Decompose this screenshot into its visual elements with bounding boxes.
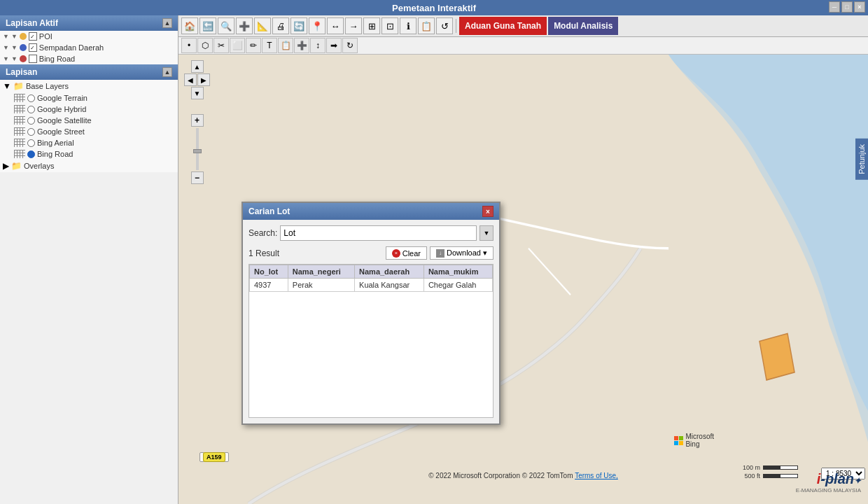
print-button[interactable]: 🖨 bbox=[272, 18, 289, 34]
add-button[interactable]: ➕ bbox=[236, 18, 253, 34]
select-button[interactable]: ⊡ bbox=[382, 18, 398, 34]
label-google-terrain: Google Terrain bbox=[37, 94, 88, 102]
tree-item-google-terrain[interactable]: Google Terrain bbox=[11, 92, 178, 104]
clear-icon: × bbox=[392, 249, 400, 258]
copy-btn[interactable]: 📋 bbox=[278, 38, 293, 53]
label-google-street: Google Street bbox=[37, 127, 85, 136]
petunjuk-tab[interactable]: Petunjuk bbox=[855, 139, 868, 180]
map-copyright: © 2022 Microsoft Corporation © 2022 TomT… bbox=[428, 472, 618, 479]
layer-label-poi: POI bbox=[39, 32, 52, 41]
checkbox-sempadan[interactable] bbox=[29, 43, 37, 52]
layer-label-sempadan: Sempadan Daerah bbox=[39, 43, 104, 52]
grid-button[interactable]: ⊞ bbox=[363, 18, 380, 34]
draw-polygon-btn[interactable]: ✂ bbox=[214, 38, 229, 53]
folder-expand-icon: ▼ bbox=[3, 81, 11, 91]
layer-item-bing[interactable]: ▼ ▼ Bing Road bbox=[0, 53, 178, 64]
radio-street[interactable] bbox=[27, 128, 35, 136]
search-label: Search: bbox=[248, 228, 277, 238]
radio-hybrid[interactable] bbox=[27, 106, 35, 113]
lapisan-header: Lapisan ▲ bbox=[0, 64, 178, 80]
minimize-button[interactable]: ─ bbox=[829, 1, 840, 13]
bing-text: MicrosoftBing bbox=[685, 433, 714, 448]
home-button[interactable]: 🏠 bbox=[181, 18, 198, 34]
grid-icon-satellite bbox=[14, 116, 25, 125]
pin-button[interactable]: 📍 bbox=[309, 18, 326, 34]
terms-link[interactable]: Terms of Use, bbox=[575, 472, 618, 479]
cell-nama-negeri: Perak bbox=[288, 279, 354, 292]
copyright-text: © 2022 Microsoft Corporation © 2022 TomT… bbox=[428, 472, 573, 479]
arrow-icon2: ▼ bbox=[11, 33, 18, 40]
dialog-close-button[interactable]: × bbox=[482, 206, 493, 217]
close-button[interactable]: × bbox=[854, 1, 865, 13]
arrow-icon4: ▼ bbox=[11, 44, 18, 51]
iplan-subtitle: E-MANAGING MALAYSIA bbox=[796, 487, 861, 493]
add-node-btn[interactable]: ➕ bbox=[294, 38, 309, 53]
tree-item-bing-aerial[interactable]: Bing Aerial bbox=[11, 137, 178, 148]
radio-satellite[interactable] bbox=[27, 117, 35, 125]
rotate-btn[interactable]: ↻ bbox=[342, 38, 358, 53]
nav-left-btn[interactable]: ◀ bbox=[184, 74, 197, 86]
table-row[interactable]: 4937 Perak Kuala Kangsar Chegar Galah bbox=[250, 279, 493, 292]
select-rect-btn[interactable]: ⬜ bbox=[230, 38, 245, 53]
arrow-icon: ▼ bbox=[3, 33, 9, 40]
layer-item-sempadan[interactable]: ▼ ▼ Sempadan Daerah bbox=[0, 42, 178, 53]
scale-bar: 100 m 500 ft bbox=[743, 464, 798, 479]
col-nama-negeri: Nama_negeri bbox=[288, 265, 354, 279]
zoom-out-btn[interactable]: − bbox=[191, 172, 204, 184]
overlays-folder[interactable]: ▶ 📁 Overlays bbox=[0, 160, 178, 172]
radio-terrain[interactable] bbox=[27, 94, 35, 102]
info-button[interactable]: ℹ bbox=[400, 18, 416, 34]
radio-road[interactable] bbox=[27, 150, 35, 158]
left-panel: Lapisan Aktif ▲ ▼ ▼ POI ▼ ▼ Sempadan Dae… bbox=[0, 15, 178, 504]
edit-btn[interactable]: ✏ bbox=[246, 38, 261, 53]
checkbox-bing[interactable] bbox=[29, 55, 37, 63]
measure-button[interactable]: 📐 bbox=[254, 18, 271, 34]
zoom-in-btn[interactable]: + bbox=[191, 114, 204, 127]
base-layers-folder[interactable]: ▼ 📁 Base Layers bbox=[0, 80, 178, 92]
draw-point-btn[interactable]: • bbox=[181, 38, 197, 53]
road-label-text-bottom: A159 bbox=[203, 452, 225, 462]
zoom-slider[interactable] bbox=[196, 128, 199, 170]
pan-button[interactable]: ↔ bbox=[327, 18, 344, 34]
scale-label-100m: 100 m bbox=[743, 464, 760, 471]
lapisan-collapse-btn[interactable]: ▲ bbox=[162, 67, 172, 77]
checkbox-poi[interactable] bbox=[29, 32, 37, 41]
radio-aerial[interactable] bbox=[27, 139, 35, 147]
text-btn[interactable]: T bbox=[262, 38, 277, 53]
nav-down-btn[interactable]: ▼ bbox=[191, 87, 204, 99]
nav-right-btn[interactable]: ▶ bbox=[197, 74, 210, 86]
maximize-button[interactable]: □ bbox=[841, 1, 853, 13]
dialog-title-text: Carian Lot bbox=[248, 206, 290, 216]
lapisan-aktif-section: Lapisan Aktif ▲ ▼ ▼ POI ▼ ▼ Sempadan Dae… bbox=[0, 15, 178, 64]
move-up-btn[interactable]: ↕ bbox=[310, 38, 326, 53]
results-table-area: No_lot Nama_negeri Nama_daerah Nama_muki… bbox=[248, 264, 493, 418]
download-button[interactable]: ↓ Download ▾ bbox=[430, 246, 493, 260]
search-button[interactable]: 🔍 bbox=[218, 18, 234, 34]
reload-button[interactable]: ↺ bbox=[436, 18, 453, 34]
nav-up-btn[interactable]: ▲ bbox=[191, 60, 204, 73]
search-dropdown-btn[interactable]: ▼ bbox=[479, 225, 493, 241]
back-button[interactable]: 🔙 bbox=[200, 18, 216, 34]
tree-item-bing-road[interactable]: Bing Road bbox=[11, 148, 178, 160]
clear-button[interactable]: × Clear bbox=[386, 246, 427, 260]
arrow-icon3: ▼ bbox=[3, 44, 9, 51]
list-button[interactable]: 📋 bbox=[418, 18, 435, 34]
lapisan-aktif-collapse-btn[interactable]: ▲ bbox=[162, 18, 172, 28]
map-container[interactable]: ▲ ◀ ▶ ▼ + − bbox=[178, 55, 868, 504]
overlays-folder-icon: 📁 bbox=[11, 161, 22, 171]
refresh-button[interactable]: 🔄 bbox=[290, 18, 307, 34]
move-right-btn[interactable]: ➡ bbox=[326, 38, 342, 53]
grid-icon-aerial bbox=[14, 139, 25, 147]
layer-item-poi[interactable]: ▼ ▼ POI bbox=[0, 31, 178, 42]
aduan-guna-tanah-button[interactable]: Aduan Guna Tanah bbox=[459, 17, 547, 35]
tree-item-google-hybrid[interactable]: Google Hybrid bbox=[11, 104, 178, 115]
search-input[interactable] bbox=[280, 225, 477, 241]
cell-no-lot: 4937 bbox=[250, 279, 288, 292]
draw-line-btn[interactable]: ⬡ bbox=[197, 38, 213, 53]
tree-item-google-satellite[interactable]: Google Satellite bbox=[11, 115, 178, 126]
cell-nama-daerah: Kuala Kangsar bbox=[355, 279, 424, 292]
modul-analisis-button[interactable]: Modul Analisis bbox=[548, 17, 618, 35]
dialog-title-bar[interactable]: Carian Lot × bbox=[243, 203, 499, 220]
arrow-button[interactable]: → bbox=[345, 18, 362, 34]
tree-item-google-street[interactable]: Google Street bbox=[11, 126, 178, 137]
